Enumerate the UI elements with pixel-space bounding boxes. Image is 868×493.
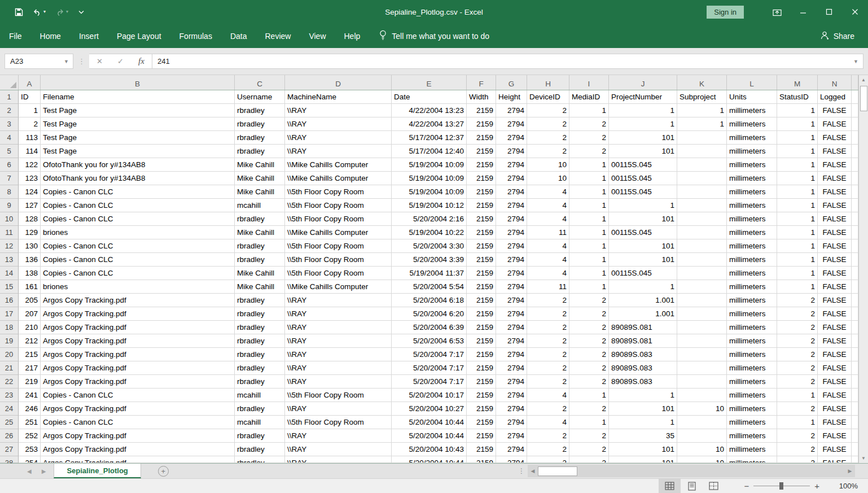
cell[interactable]: 101 — [609, 456, 677, 463]
cell[interactable] — [852, 212, 858, 226]
cell[interactable]: 2 — [569, 294, 609, 307]
cell[interactable]: OfotoThank you for y#134AB8 — [41, 158, 235, 172]
cell[interactable]: 1 — [677, 104, 727, 117]
cell[interactable]: 2 — [777, 294, 818, 307]
cell[interactable]: 128 — [19, 212, 41, 226]
cell[interactable]: 00115S.045 — [609, 226, 677, 239]
cell[interactable]: 2159 — [467, 226, 496, 239]
cell[interactable]: 138 — [19, 267, 41, 280]
cell[interactable]: FALSE — [818, 117, 852, 131]
cell[interactable]: 2159 — [467, 280, 496, 294]
cell[interactable]: Mike Cahill — [235, 185, 285, 199]
cell[interactable]: FALSE — [818, 199, 852, 212]
cell[interactable] — [677, 226, 727, 239]
cell[interactable]: 1 — [777, 117, 818, 131]
undo-dropdown-icon[interactable]: ▾ — [43, 10, 46, 14]
cell[interactable]: 5/20/2004 6:18 — [392, 294, 467, 307]
row-header-10[interactable]: 10 — [0, 212, 19, 226]
column-header-g[interactable]: G — [496, 75, 527, 90]
tab-home[interactable]: Home — [31, 24, 70, 48]
cell[interactable]: 1 — [569, 104, 609, 117]
column-header-k[interactable]: K — [677, 75, 727, 90]
cell[interactable]: \\Mike Cahills Computer — [285, 226, 392, 239]
cell[interactable]: 1 — [569, 239, 609, 253]
page-break-preview-button[interactable] — [703, 479, 725, 493]
cell[interactable]: 2 — [527, 402, 569, 416]
ribbon-display-options-icon[interactable] — [764, 0, 790, 24]
cell[interactable]: 2159 — [467, 429, 496, 443]
cell[interactable]: \\5th Floor Copy Room — [285, 253, 392, 267]
cell[interactable]: Date — [392, 90, 467, 104]
minimize-button[interactable] — [790, 0, 816, 24]
cell[interactable]: millimeters — [727, 104, 777, 117]
cell[interactable] — [852, 226, 858, 239]
cell[interactable]: 1 — [777, 185, 818, 199]
cell[interactable]: millimeters — [727, 375, 777, 389]
cell[interactable]: 89089S.081 — [609, 334, 677, 348]
cell[interactable]: 123 — [19, 172, 41, 185]
cell[interactable]: FALSE — [818, 185, 852, 199]
cell[interactable]: 5/20/2004 3:39 — [392, 253, 467, 267]
cell[interactable]: 1 — [777, 226, 818, 239]
cell[interactable] — [677, 253, 727, 267]
cell[interactable]: Copies - Canon CLC — [41, 185, 235, 199]
cell[interactable] — [677, 375, 727, 389]
cell[interactable]: Mike Cahill — [235, 267, 285, 280]
cell[interactable] — [852, 402, 858, 416]
cell[interactable]: 4 — [527, 416, 569, 429]
cell[interactable]: rbradley — [235, 361, 285, 375]
row-header-13[interactable]: 13 — [0, 253, 19, 267]
cell[interactable]: \\Mike Cahills Computer — [285, 172, 392, 185]
cell[interactable]: 1 — [777, 199, 818, 212]
cell[interactable]: 127 — [19, 199, 41, 212]
cell[interactable]: \\RAY — [285, 456, 392, 463]
scroll-right-icon[interactable]: ▶ — [845, 465, 855, 477]
cell[interactable]: Subproject — [677, 90, 727, 104]
cell[interactable]: \\RAY — [285, 131, 392, 145]
row-header-28[interactable]: 28 — [0, 456, 19, 463]
cell[interactable]: 2794 — [496, 321, 527, 334]
page-layout-view-button[interactable] — [681, 479, 703, 493]
cell[interactable]: 2 — [527, 104, 569, 117]
cell[interactable]: \\RAY — [285, 348, 392, 361]
cell[interactable]: DeviceID — [527, 90, 569, 104]
cell[interactable]: Argos Copy Tracking.pdf — [41, 294, 235, 307]
column-header-h[interactable]: H — [527, 75, 569, 90]
cell[interactable]: MediaID — [569, 90, 609, 104]
cell[interactable]: Test Page — [41, 131, 235, 145]
cell[interactable]: 11 — [527, 280, 569, 294]
cell[interactable]: 2 — [527, 307, 569, 321]
cell[interactable]: 4 — [527, 199, 569, 212]
cell[interactable]: 212 — [19, 334, 41, 348]
cell[interactable] — [852, 294, 858, 307]
cell[interactable]: Argos Copy Tracking.pdf — [41, 348, 235, 361]
close-button[interactable] — [842, 0, 868, 24]
cell[interactable]: 4 — [527, 253, 569, 267]
cell[interactable] — [852, 429, 858, 443]
cell[interactable]: rbradley — [235, 294, 285, 307]
cell[interactable] — [677, 239, 727, 253]
cell[interactable]: 2 — [569, 145, 609, 158]
cell[interactable]: 5/20/2004 10:44 — [392, 456, 467, 463]
cell[interactable]: 2159 — [467, 456, 496, 463]
cell[interactable] — [677, 429, 727, 443]
cell[interactable] — [677, 199, 727, 212]
cell[interactable]: 101 — [609, 253, 677, 267]
cell[interactable]: 2159 — [467, 389, 496, 402]
cell[interactable] — [852, 90, 858, 104]
cell[interactable]: 2794 — [496, 185, 527, 199]
cell[interactable] — [677, 389, 727, 402]
zoom-out-icon[interactable]: − — [739, 481, 753, 491]
cell[interactable] — [677, 267, 727, 280]
cell[interactable]: 4 — [527, 212, 569, 226]
cell[interactable]: 4 — [527, 239, 569, 253]
cell[interactable]: 5/19/2004 11:37 — [392, 267, 467, 280]
cell[interactable] — [677, 131, 727, 145]
cell[interactable]: 1 — [569, 267, 609, 280]
cell[interactable]: 2159 — [467, 131, 496, 145]
cell[interactable] — [852, 117, 858, 131]
cell[interactable]: millimeters — [727, 361, 777, 375]
cell[interactable]: \\RAY — [285, 307, 392, 321]
cell[interactable]: 5/19/2004 10:12 — [392, 199, 467, 212]
cell[interactable]: 5/20/2004 10:43 — [392, 443, 467, 456]
